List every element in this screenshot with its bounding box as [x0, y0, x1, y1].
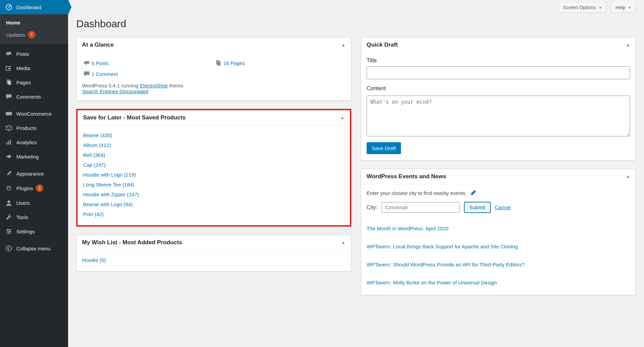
svg-rect-4: [8, 81, 11, 85]
pages-link[interactable]: 16 Pages: [223, 60, 245, 66]
postbox-header[interactable]: At a Glance ▲: [77, 37, 351, 53]
saved-product-link[interactable]: Beanie (435): [83, 130, 344, 140]
sidebar-label: Tools: [16, 214, 28, 220]
content-label: Content: [367, 85, 630, 92]
collapse-icon[interactable]: ▲: [341, 240, 345, 245]
svg-rect-15: [217, 61, 221, 66]
sidebar-label: Pages: [16, 80, 31, 85]
city-submit-button[interactable]: Submit: [464, 202, 491, 213]
megaphone-icon: [5, 153, 13, 160]
saved-product-link[interactable]: Polo (42): [83, 209, 344, 219]
saved-product-link[interactable]: Belt (364): [83, 150, 344, 160]
sidebar-item-media[interactable]: Media: [0, 61, 68, 75]
screen-meta-links: Screen Options ▼ Help ▼: [76, 0, 636, 15]
sidebar-label: Users: [16, 200, 30, 206]
sidebar-sub-home[interactable]: Home: [0, 17, 68, 28]
news-item-link[interactable]: The Month in WordPress: April 2020: [367, 222, 630, 235]
saved-product-link[interactable]: Hoodie with Zipper (147): [83, 189, 344, 199]
sidebar-label: WooCommerce: [16, 111, 52, 117]
sidebar-item-plugins[interactable]: Plugins2: [0, 181, 68, 196]
svg-point-13: [6, 246, 12, 251]
dashboard-icon: [5, 4, 13, 11]
events-intro: Enter your closest city to find nearby e…: [367, 190, 467, 196]
svg-point-10: [7, 229, 9, 230]
collapse-icon[interactable]: ▲: [626, 43, 630, 47]
media-icon: [5, 65, 13, 71]
postbox-at-a-glance: At a Glance ▲ 6 Posts: [76, 37, 351, 101]
postbox-quick-draft: Quick Draft ▲ Title Content Save Draft: [361, 37, 636, 161]
sidebar-item-posts[interactable]: Posts: [0, 47, 68, 61]
sidebar-sub-updates[interactable]: Updates 7: [0, 28, 68, 41]
screen-options-button[interactable]: Screen Options ▼: [559, 3, 606, 13]
sidebar-item-products[interactable]: Products: [0, 121, 68, 135]
chart-icon: [5, 139, 13, 146]
saved-product-link[interactable]: Hoodie with Logo (219): [83, 170, 344, 180]
pencil-icon[interactable]: [470, 189, 477, 197]
box-icon: [5, 125, 13, 131]
woo-icon: [5, 110, 13, 117]
plug-icon: [5, 185, 13, 192]
sidebar-label: Marketing: [16, 154, 39, 160]
plugin-updates-badge: 2: [36, 184, 43, 192]
seo-discouraged-link[interactable]: Search Engines Discouraged: [82, 88, 148, 94]
sidebar-item-dashboard[interactable]: Dashboard: [0, 0, 68, 14]
sidebar-item-collapse[interactable]: Collapse menu: [0, 241, 68, 255]
saved-product-link[interactable]: Beanie with Logo (94): [83, 199, 344, 209]
sidebar-item-woocommerce[interactable]: WooCommerce: [0, 106, 68, 121]
postbox-header[interactable]: My Wish List - Most Added Products ▲: [77, 235, 351, 250]
news-item-link[interactable]: WPTavern: Should WordPress Provide an AP…: [367, 258, 630, 271]
theme-link[interactable]: ElectroShop: [140, 83, 168, 88]
news-item-link[interactable]: WPTavern: Local Brings Back Support for …: [367, 240, 630, 253]
svg-point-12: [8, 232, 9, 234]
city-input[interactable]: [382, 202, 460, 213]
saved-product-link[interactable]: Long Sleeve Tee (184): [83, 180, 344, 189]
sidebar-label: Collapse menu: [16, 246, 50, 251]
draft-content-textarea[interactable]: [367, 96, 630, 136]
sidebar-label: Products: [16, 125, 36, 131]
saved-product-link[interactable]: Album (412): [83, 140, 344, 150]
sidebar-submenu: Home Updates 7: [0, 14, 68, 44]
help-button[interactable]: Help ▼: [611, 3, 636, 13]
posts-link[interactable]: 6 Posts: [92, 60, 109, 66]
postbox-header[interactable]: Quick Draft ▲: [361, 37, 635, 53]
svg-point-1: [9, 7, 10, 8]
collapse-icon[interactable]: ▲: [341, 43, 345, 47]
sidebar-item-tools[interactable]: Tools: [0, 210, 68, 224]
sidebar-label: Analytics: [16, 139, 37, 145]
sidebar-item-analytics[interactable]: Analytics: [0, 135, 68, 149]
postbox-title: Save for Later - Most Saved Products: [83, 114, 186, 121]
comment-icon: [82, 70, 92, 77]
sidebar-label: Plugins: [16, 185, 33, 191]
sidebar-label: Appearance: [16, 171, 44, 177]
collapse-icon[interactable]: ▲: [340, 115, 344, 120]
sidebar-label: Comments: [16, 94, 41, 100]
city-label: City:: [367, 204, 377, 211]
sidebar-item-comments[interactable]: Comments: [0, 89, 68, 104]
postbox-title: At a Glance: [82, 42, 114, 48]
sidebar-item-marketing[interactable]: Marketing: [0, 149, 68, 164]
sidebar-item-settings[interactable]: Settings: [0, 224, 68, 238]
city-cancel-link[interactable]: Cancel: [495, 204, 511, 210]
admin-sidebar: Dashboard Home Updates 7 PostsMediaPages…: [0, 0, 68, 347]
comments-link[interactable]: 1 Comment: [92, 71, 118, 77]
updates-badge: 7: [28, 31, 35, 38]
news-item-link[interactable]: WPTavern: Molly Burke on the Power of Un…: [367, 276, 630, 289]
svg-rect-8: [10, 140, 11, 145]
sidebar-item-pages[interactable]: Pages: [0, 75, 68, 89]
sidebar-label: Dashboard: [16, 4, 41, 10]
draft-title-input[interactable]: [367, 66, 630, 79]
postbox-title: My Wish List - Most Added Products: [82, 239, 182, 246]
pin-icon: [82, 60, 92, 66]
chevron-down-icon: ▼: [598, 6, 602, 10]
wishlist-product-link[interactable]: Hoodie (5): [82, 255, 345, 265]
save-draft-button[interactable]: Save Draft: [367, 142, 401, 154]
sidebar-item-users[interactable]: Users: [0, 196, 68, 210]
postbox-header[interactable]: Save for Later - Most Saved Products ▲: [78, 110, 350, 126]
user-icon: [5, 199, 13, 206]
sidebar-label: Media: [16, 65, 30, 71]
saved-product-link[interactable]: Cap (247): [83, 160, 344, 170]
sidebar-item-appearance[interactable]: Appearance: [0, 166, 68, 181]
collapse-icon[interactable]: ▲: [626, 174, 630, 179]
postbox-header[interactable]: WordPress Events and News ▲: [361, 169, 635, 184]
pages-icon: [214, 60, 223, 66]
